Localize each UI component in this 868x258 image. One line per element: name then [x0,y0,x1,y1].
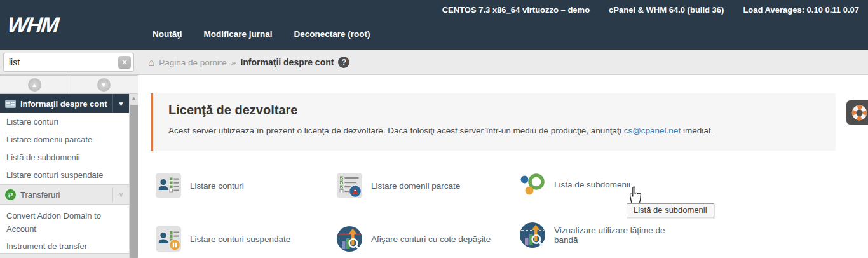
suspended-accounts-icon [156,226,181,252]
notice-body-start: Acest server utilizează în prezent o lic… [168,126,624,135]
server-status-bar: CENTOS 7.3 x86_64 virtuozzo – demo cPane… [442,5,859,15]
support-button[interactable] [846,100,868,125]
server-os-text: CENTOS 7.3 x86_64 virtuozzo – demo [442,5,590,15]
bandwidth-usage-icon [520,222,545,248]
nav-logout-link[interactable]: Deconectare (root) [294,29,370,39]
search-clear-icon[interactable]: ✕ [118,56,131,69]
quota-exceeded-icon [337,226,362,252]
home-icon: ⌂ [148,57,154,68]
sidebar-next-group-edge [0,253,129,258]
search-next-button[interactable]: ▼ [69,76,138,93]
feature-list-suspended-accounts[interactable]: Listare conturi suspendate [156,226,290,252]
feature-label: Vizualizare utilizare lăţime de bandă [554,226,691,245]
breadcrumb: ⌂ Pagina de pornire » Informaţii despre … [148,50,349,75]
breadcrumb-current: Informaţii despre cont [240,57,334,67]
sidebar-item-convert-addon-domain[interactable]: Convert Addon Domain to Account [0,207,129,235]
accounts-list-icon [156,173,181,198]
search-input[interactable] [3,53,134,72]
feature-list-subdomains[interactable]: Listă de subdomenii [520,173,630,196]
feature-bandwidth-usage[interactable]: Vizualizare utilizare lăţime de bandă [520,222,691,248]
load-averages-text: Load Averages: 0.10 0.11 0.07 [743,5,859,15]
sidebar-group-label: Informaţii despre cont [20,99,107,109]
parked-domains-icon [337,173,362,198]
search-result-nav: ▲ ▼ [0,75,138,94]
development-license-notice: Licenţă de dezvoltare Acest server utili… [151,93,836,151]
transfer-icon: ⇄ [5,189,16,200]
scrollbar-up-icon[interactable]: ▲ [130,94,138,103]
nav-news-link[interactable]: Noutăţi [153,29,182,39]
feature-list-parked-domains[interactable]: Listare domenii parcate [337,173,460,198]
arrow-up-icon: ▲ [28,78,41,92]
subdomains-icon [520,173,545,196]
notice-body: Acest server utilizează în prezent o lic… [168,126,820,135]
help-icon[interactable]: ? [338,57,349,68]
sidebar-scrollbar[interactable]: ▲ [129,94,138,258]
notice-title: Licenţă de dezvoltare [168,103,820,118]
feature-label: Listă de subdomenii [554,180,630,189]
sidebar-group-label: Transferuri [20,190,60,200]
whm-page: CENTOS 7.3 x86_64 virtuozzo – demo cPane… [0,0,868,258]
feature-list-accounts[interactable]: Listare conturi [156,173,244,198]
feature-label: Listare conturi suspendate [190,234,290,244]
breadcrumb-separator: » [231,58,236,67]
arrow-down-icon: ▼ [97,78,111,92]
feature-label: Listare domenii parcate [371,181,460,191]
cpanel-email-link[interactable]: cs@cpanel.net [624,126,681,135]
life-preserver-icon [851,104,868,121]
group-open-arrow-icon[interactable]: ▼ [112,94,129,113]
feature-label: Listare conturi [190,181,244,191]
sidebar-group-account-info[interactable]: Informaţii despre cont ▼ [0,94,129,113]
cpanel-version-text: cPanel & WHM 64.0 (build 36) [609,5,724,15]
sidebar-item-list-accounts[interactable]: Listare conturi [0,113,129,131]
sidebar-group-transfers[interactable]: ⇄ Transferuri ∨ [0,184,129,205]
notice-body-end: imediat. [681,126,713,135]
app-header: CENTOS 7.3 x86_64 virtuozzo – demo cPane… [0,0,868,50]
nav-changelog-link[interactable]: Modificare jurnal [204,29,273,39]
tooltip: Listă de subdomenii [627,203,714,217]
search-prev-button[interactable]: ▲ [0,76,69,93]
scrollbar-thumb[interactable] [130,105,138,258]
feature-quota-exceeded[interactable]: Afişare conturi cu cote depăşite [337,226,491,252]
sidebar-item-list-subdomains[interactable]: Listă de subdomenii [0,149,129,166]
header-nav: Noutăţi Modificare jurnal Deconectare (r… [153,29,370,39]
sidebar-item-list-parked-domains[interactable]: Listare domenii parcate [0,131,129,149]
breadcrumb-home-link[interactable]: Pagina de pornire [159,58,227,67]
sidebar-item-list-suspended-accounts[interactable]: Listare conturi suspendate [0,166,129,184]
whm-logo[interactable]: WHM [6,13,59,37]
group-collapsed-chevron-icon[interactable]: ∨ [112,187,129,202]
feature-label: Afişare conturi cu cote depăşite [371,234,491,244]
id-card-icon [5,100,16,108]
